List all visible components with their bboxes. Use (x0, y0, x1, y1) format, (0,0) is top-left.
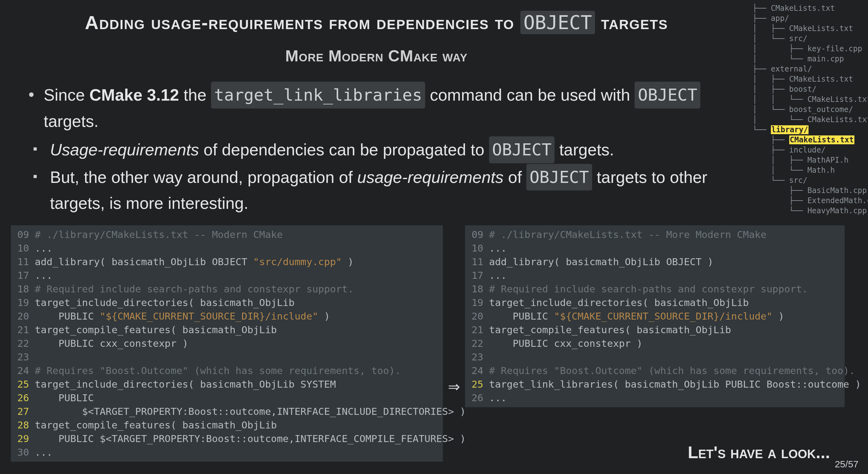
tree-row: └── library/ (752, 125, 862, 135)
code-text: ... (489, 269, 507, 282)
bullet-list: • Since CMake 3.12 the target_link_libra… (28, 82, 724, 216)
b2b-pill: OBJECT (526, 164, 592, 191)
b1-bold: CMake 3.12 (90, 86, 179, 104)
code-row: 09# ./library/CMakeLists.txt -- Modern C… (11, 225, 857, 474)
tree-row: │ ├── CMakeLists.txt (752, 23, 862, 33)
code-line: 20 PUBLIC "${CMAKE_CURRENT_SOURCE_DIR}/i… (11, 309, 443, 323)
tree-row: ├── external/ (752, 64, 862, 74)
bullet-2a-text: Usage-requirements of dependencies can b… (50, 137, 614, 163)
tree-row: │ └── CMakeLists.txt (752, 115, 862, 125)
code-text: target_include_directories( basicmath_Ob… (35, 378, 336, 391)
tree-row: ├── app/ (752, 13, 862, 23)
line-number: 11 (11, 255, 35, 269)
line-number: 25 (465, 378, 489, 391)
line-number: 18 (465, 282, 489, 296)
code-line: 30... (11, 446, 443, 459)
tree-row: └── src/ (752, 175, 862, 185)
line-number: 26 (465, 391, 489, 405)
line-number: 20 (465, 309, 489, 323)
line-number: 25 (11, 378, 35, 391)
code-line: 09# ./library/CMakeLists.txt -- More Mod… (465, 228, 845, 241)
line-number: 22 (465, 337, 489, 350)
title-block: Adding usage-requirements from dependenc… (0, 11, 753, 65)
code-text: ... (35, 269, 53, 282)
title-pill: OBJECT (520, 11, 595, 34)
line-number: 19 (465, 296, 489, 309)
line-number: 23 (465, 350, 489, 364)
code-line: 19target_include_directories( basicmath_… (465, 296, 845, 309)
tree-row: │ ├── MathAPI.h (752, 155, 862, 165)
code-text: # Requires "Boost.Outcome" (which has so… (35, 364, 401, 378)
code-panel-left: 09# ./library/CMakeLists.txt -- Modern C… (11, 225, 443, 462)
code-text: PUBLIC (35, 391, 94, 405)
code-line: 10... (11, 241, 443, 255)
bullet-2b: ▪ But, the other way around, propagation… (33, 164, 724, 216)
b2b-pre: But, the other way around, propagation o… (50, 168, 357, 186)
title-post: targets (595, 12, 668, 33)
bullet-mark-icon: • (28, 82, 44, 134)
bullet-2a: ▪ Usage-requirements of dependencies can… (33, 137, 724, 163)
line-number: 09 (11, 228, 35, 241)
code-line: 17... (11, 269, 443, 282)
code-line: 21target_compile_features( basicmath_Obj… (11, 323, 443, 337)
line-number: 21 (465, 323, 489, 337)
slide: Adding usage-requirements from dependenc… (0, 0, 868, 474)
tree-row: │ ├── boost/ (752, 84, 862, 94)
code-line: 26... (465, 391, 845, 405)
line-number: 19 (11, 296, 35, 309)
line-number: 20 (11, 309, 35, 323)
code-line: 22 PUBLIC cxx_constexpr ) (11, 337, 443, 350)
code-text: ... (489, 241, 507, 255)
code-line: 28target_compile_features( basicmath_Obj… (11, 418, 443, 432)
b2a-em: Usage-requirements (50, 141, 199, 159)
b2b-mid: of (504, 168, 526, 186)
code-text: PUBLIC cxx_constexpr ) (489, 337, 643, 350)
b1-pill: target_link_libraries (211, 82, 425, 109)
line-number: 26 (11, 391, 35, 405)
code-text: PUBLIC $<TARGET_PROPERTY:Boost::outcome,… (35, 432, 466, 446)
tree-row: └── HeavyMath.cpp (752, 206, 862, 216)
code-panel-right: 09# ./library/CMakeLists.txt -- More Mod… (465, 225, 845, 407)
code-line: 29 PUBLIC $<TARGET_PROPERTY:Boost::outco… (11, 432, 443, 446)
code-line: 19target_include_directories( basicmath_… (11, 296, 443, 309)
tree-row: │ └── Math.h (752, 165, 862, 175)
tree-row: │ ├── key-file.cpp (752, 44, 862, 54)
code-line: 20 PUBLIC "${CMAKE_CURRENT_SOURCE_DIR}/i… (465, 309, 845, 323)
code-text: # Requires "Boost.Outcome" (which has so… (489, 364, 855, 378)
line-number: 24 (11, 364, 35, 378)
code-text: add_library( basicmath_ObjLib OBJECT "sr… (35, 255, 354, 269)
b2a-pill: OBJECT (489, 137, 555, 163)
code-text: target_compile_features( basicmath_ObjLi… (489, 323, 731, 337)
b1-post: command can be used with (425, 86, 634, 104)
code-line: 24# Requires "Boost.Outcome" (which has … (11, 364, 443, 378)
code-line: 09# ./library/CMakeLists.txt -- Modern C… (11, 228, 443, 241)
b2a-end: targets. (555, 141, 614, 159)
code-text (35, 350, 41, 364)
code-line: 18# Required include search-paths and co… (465, 282, 845, 296)
code-text: # ./library/CMakeLists.txt -- More Moder… (489, 228, 767, 241)
b1-end: targets. (44, 112, 98, 130)
code-line: 10... (465, 241, 845, 255)
arrow-glyph: ⇒ (448, 378, 460, 395)
code-text (489, 350, 495, 364)
code-line: 24# Requires "Boost.Outcome" (which has … (465, 364, 845, 378)
code-text: target_include_directories( basicmath_Ob… (35, 296, 294, 309)
code-line: 23 (465, 350, 845, 364)
line-number: 17 (11, 269, 35, 282)
page-number: 25/57 (835, 459, 859, 470)
code-line: 23 (11, 350, 443, 364)
bullet-mark-icon: ▪ (33, 137, 50, 163)
code-line: 25target_link_libraries( basicmath_ObjLi… (465, 378, 845, 391)
code-text: ... (35, 446, 53, 459)
b1-mid: the (179, 86, 211, 104)
code-line: 18# Required include search-paths and co… (11, 282, 443, 296)
line-number: 21 (11, 323, 35, 337)
b2b-em: usage-requirements (357, 168, 503, 186)
tree-row: │ ├── CMakeLists.txt (752, 74, 862, 84)
footer-cta: Let's have a look... (688, 442, 830, 462)
tree-row: ├── BasicMath.cpp (752, 185, 862, 196)
line-number: 22 (11, 337, 35, 350)
code-text: add_library( basicmath_ObjLib OBJECT ) (489, 255, 713, 269)
tree-row: │ │ └── CMakeLists.txt (752, 94, 862, 105)
code-text: target_include_directories( basicmath_Ob… (489, 296, 749, 309)
